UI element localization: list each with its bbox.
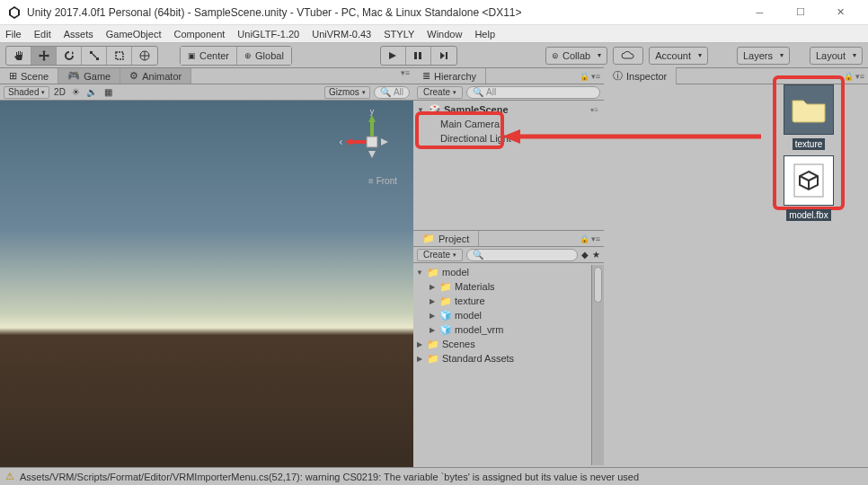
svg-text:y: y (370, 110, 375, 116)
project-body[interactable]: ▼📁model ▶📁Materials ▶📁texture ▶🧊model ▶🧊… (413, 263, 604, 467)
menu-styly[interactable]: STYLY (384, 29, 414, 40)
hierarchy-item[interactable]: Main Camera (413, 117, 604, 131)
collab-dropdown[interactable]: ⊚Collab (545, 47, 607, 65)
panel-menu-icon[interactable]: ▾≡ (855, 72, 864, 81)
rect-tool[interactable] (107, 47, 132, 65)
svg-marker-13 (368, 115, 376, 122)
step-button[interactable] (431, 47, 456, 65)
scene-viewport[interactable]: y x ≡ Front (0, 101, 413, 467)
scene-tabs: ⊞Scene 🎮Game ⚙Animator ▾≡ (0, 68, 413, 84)
menu-edit[interactable]: Edit (34, 29, 51, 40)
maximize-button[interactable]: ☐ (780, 0, 820, 25)
menu-file[interactable]: File (5, 29, 22, 40)
audio-toggle[interactable]: 🔊 (85, 86, 98, 99)
tab-game[interactable]: 🎮Game (58, 68, 120, 84)
perspective-label[interactable]: ≡ Front (368, 176, 397, 186)
svg-text:x: x (340, 137, 343, 146)
pause-button[interactable] (406, 47, 431, 65)
lighting-toggle[interactable]: ☀ (69, 86, 82, 99)
lock-icon[interactable]: 🔒 (580, 234, 589, 243)
menu-help[interactable]: Help (474, 29, 495, 40)
hierarchy-search[interactable]: 🔍All (466, 86, 600, 99)
close-button[interactable]: ✕ (820, 0, 861, 25)
statusbar: ⚠ Assets/VRM/Scripts/Format/Editor/VRMIm… (0, 467, 868, 485)
project-model-row[interactable]: ▶🧊model_vrm (413, 322, 591, 337)
panel-menu-icon[interactable]: ▾≡ (591, 72, 600, 81)
menu-unigltf[interactable]: UniGLTF-1.20 (237, 29, 299, 40)
scene-menu-icon[interactable]: ▾≡ (590, 106, 604, 114)
menu-univrm[interactable]: UniVRM-0.43 (312, 29, 371, 40)
layers-dropdown[interactable]: Layers (737, 47, 790, 65)
titlebar: Unity 2017.4.0f1 Personal (64bit) - Samp… (0, 0, 868, 25)
foldout-icon[interactable]: ▼ (415, 269, 424, 277)
foldout-icon[interactable]: ▶ (415, 340, 424, 348)
hierarchy-item[interactable]: Directional Light (413, 131, 604, 146)
status-message[interactable]: Assets/VRM/Scripts/Format/Editor/VRMImpo… (20, 472, 639, 482)
search-icon: 🔍 (473, 87, 483, 97)
tab-menu-icon[interactable]: ▾≡ (401, 68, 410, 84)
project-search[interactable]: 🔍 (466, 249, 578, 261)
foldout-icon[interactable]: ▶ (428, 297, 437, 305)
center-toggle[interactable]: ▣Center (181, 47, 237, 65)
svg-line-24 (809, 176, 818, 181)
hierarchy-create-dropdown[interactable]: Create (417, 86, 463, 99)
warning-icon: ⚠ (5, 471, 14, 482)
orientation-gizmo[interactable]: y x (340, 110, 404, 174)
tab-inspector[interactable]: ⓘInspector (604, 67, 677, 84)
play-button[interactable] (381, 47, 406, 65)
menu-window[interactable]: Window (427, 29, 462, 40)
foldout-icon[interactable]: ▶ (428, 312, 437, 320)
lock-icon[interactable]: 🔒 (844, 72, 854, 81)
lock-icon[interactable]: 🔒 (580, 72, 589, 81)
hierarchy-body[interactable]: ▼ 🎲 SampleScene ▾≡ Main Camera Direction… (413, 101, 604, 230)
tab-animator[interactable]: ⚙Animator (120, 68, 191, 84)
favorite-icon[interactable]: ★ (592, 250, 600, 260)
tab-hierarchy[interactable]: ≣Hierarchy (413, 68, 486, 84)
svg-marker-19 (381, 138, 388, 146)
foldout-icon[interactable]: ▶ (415, 355, 424, 363)
project-folder-row[interactable]: ▶📁Materials (413, 279, 591, 294)
hierarchy-scene-row[interactable]: ▼ 🎲 SampleScene ▾≡ (413, 102, 604, 117)
account-dropdown[interactable]: Account (649, 47, 708, 65)
rotate-tool[interactable] (57, 47, 82, 65)
scrollbar-thumb[interactable] (594, 267, 602, 303)
cloud-button[interactable] (613, 47, 643, 65)
project-folder-row[interactable]: ▼📁model (413, 265, 591, 279)
foldout-icon[interactable]: ▼ (417, 106, 426, 114)
foldout-icon[interactable]: ▶ (428, 283, 437, 291)
shading-dropdown[interactable]: Shaded (4, 86, 49, 99)
menu-assets[interactable]: Assets (64, 29, 93, 40)
filter-icon[interactable]: ◆ (581, 250, 589, 260)
menu-component[interactable]: Component (173, 29, 225, 40)
menu-gameobject[interactable]: GameObject (106, 29, 162, 40)
project-model-row[interactable]: ▶🧊model (413, 308, 591, 322)
svg-marker-7 (389, 52, 396, 59)
scene-search[interactable]: 🔍All (374, 86, 410, 99)
folder-icon: 📁 (427, 353, 439, 365)
play-controls (380, 46, 457, 66)
search-icon: 🔍 (380, 87, 391, 97)
project-folder-row[interactable]: ▶📁texture (413, 294, 591, 308)
project-create-dropdown[interactable]: Create (417, 249, 463, 261)
tab-project[interactable]: 📁Project (413, 231, 479, 246)
fx-toggle[interactable]: ▦ (102, 86, 114, 99)
layout-dropdown[interactable]: Layout (810, 47, 863, 65)
folder-icon: 📁 (427, 267, 439, 278)
panel-menu-icon[interactable]: ▾≡ (591, 234, 600, 243)
project-folder-row[interactable]: ▶📁Standard Assets (413, 351, 591, 366)
global-toggle[interactable]: ⊕Global (237, 47, 291, 65)
tab-scene[interactable]: ⊞Scene (0, 68, 58, 84)
project-toolbar: Create 🔍 ◆ ★ (413, 247, 604, 263)
transform-tool[interactable] (132, 47, 157, 65)
move-tool[interactable] (31, 47, 57, 65)
gizmos-dropdown[interactable]: Gizmos (324, 86, 370, 99)
window-title: Unity 2017.4.0f1 Personal (64bit) - Samp… (27, 6, 740, 19)
project-folder-row[interactable]: ▶📁Scenes (413, 337, 591, 351)
2d-toggle[interactable]: 2D (53, 86, 66, 99)
hand-tool[interactable] (6, 47, 31, 65)
scale-tool[interactable] (82, 47, 107, 65)
hierarchy-header: ≣Hierarchy 🔒▾≡ (413, 68, 604, 84)
minimize-button[interactable]: ─ (740, 0, 780, 25)
project-scrollbar[interactable] (591, 265, 604, 465)
foldout-icon[interactable]: ▶ (428, 326, 437, 334)
